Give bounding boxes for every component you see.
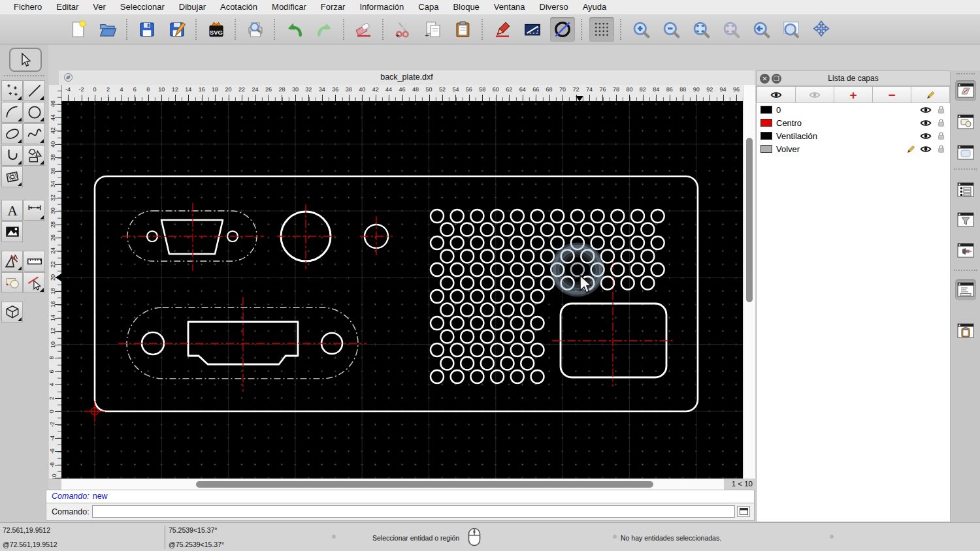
vent-hole[interactable]: [470, 263, 483, 276]
redo-button[interactable]: [312, 17, 337, 42]
menu-fichero[interactable]: Fichero: [7, 0, 49, 14]
vent-hole[interactable]: [451, 370, 464, 383]
zoom-auto-button[interactable]: [689, 17, 713, 42]
vent-hole[interactable]: [521, 250, 534, 263]
dock-command-line-button[interactable]: [955, 279, 976, 300]
zoom-previous-button[interactable]: [749, 17, 774, 42]
vent-hole[interactable]: [481, 277, 494, 290]
vent-hole[interactable]: [491, 263, 504, 276]
command-input[interactable]: [92, 505, 735, 518]
menu-seleccionar[interactable]: Seleccionar: [113, 0, 172, 14]
menu-forzar[interactable]: Forzar: [314, 0, 353, 14]
vent-hole[interactable]: [431, 236, 444, 249]
edit-layer-pencil-button[interactable]: [911, 86, 950, 103]
layer-lock-icon[interactable]: [935, 105, 947, 114]
dimension-tool-button[interactable]: [24, 200, 45, 221]
vent-hole[interactable]: [451, 290, 464, 303]
vent-hole[interactable]: [521, 304, 534, 317]
hatch-tool-button[interactable]: [1, 166, 23, 187]
vent-hole[interactable]: [621, 277, 634, 290]
select-tool-button[interactable]: [9, 48, 42, 72]
line-rect-button[interactable]: [520, 17, 545, 42]
vent-hole[interactable]: [451, 317, 464, 330]
vent-hole[interactable]: [491, 210, 504, 223]
plate-outline[interactable]: [95, 176, 698, 411]
line-tool-button[interactable]: [24, 80, 45, 101]
spline-tool-button[interactable]: [24, 123, 45, 144]
vent-hole[interactable]: [511, 210, 524, 223]
cut-button[interactable]: +: [391, 17, 416, 42]
vent-hole[interactable]: [440, 223, 453, 236]
vent-hole[interactable]: [511, 290, 524, 303]
layer-visibility-eye-icon[interactable]: [920, 105, 932, 114]
vent-hole[interactable]: [461, 250, 474, 263]
vent-hole[interactable]: [491, 343, 504, 356]
vent-hole[interactable]: [440, 277, 453, 290]
vent-hole[interactable]: [541, 223, 554, 236]
vertical-scrollbar[interactable]: [743, 85, 755, 479]
export-svg-button[interactable]: SVG: [204, 17, 229, 42]
vent-hole[interactable]: [491, 370, 504, 383]
vent-hole[interactable]: [611, 236, 624, 249]
points-tool-button[interactable]: [1, 80, 23, 101]
origin-marker[interactable]: [84, 401, 105, 422]
vent-hole[interactable]: [631, 263, 644, 276]
zoom-in-button[interactable]: [629, 17, 653, 42]
vent-hole[interactable]: [621, 223, 634, 236]
highlighted-vent-hole[interactable]: [571, 263, 584, 276]
layer-visibility-eye-icon[interactable]: [920, 118, 932, 127]
layer-row-ventilacion[interactable]: Ventilación: [757, 129, 950, 142]
eraser-button[interactable]: [351, 17, 376, 42]
vent-hole[interactable]: [571, 210, 584, 223]
vent-hole[interactable]: [451, 210, 464, 223]
vent-hole[interactable]: [511, 343, 524, 356]
ellipse-tool-button[interactable]: [1, 123, 23, 144]
menu-dibujar[interactable]: Dibujar: [172, 0, 213, 14]
vertical-scrollbar-thumb[interactable]: [746, 138, 753, 302]
vent-hole[interactable]: [470, 210, 483, 223]
measure-tool-button[interactable]: [24, 251, 45, 272]
vent-hole[interactable]: [481, 304, 494, 317]
vent-hole[interactable]: [651, 210, 664, 223]
remove-layer-minus-button[interactable]: −: [873, 86, 911, 103]
vent-hole[interactable]: [501, 304, 514, 317]
menu-diverso[interactable]: Diverso: [532, 0, 576, 14]
vent-hole[interactable]: [521, 357, 534, 370]
text-tool-button[interactable]: A: [1, 200, 23, 221]
print-preview-button[interactable]: [243, 17, 268, 42]
select-entity-tool-button[interactable]: [24, 272, 45, 293]
drawing[interactable]: [61, 101, 743, 479]
vent-hole[interactable]: [461, 277, 474, 290]
vent-hole[interactable]: [641, 277, 654, 290]
dock-plugin-button[interactable]: [955, 240, 976, 261]
layer-row-volver[interactable]: Volver: [757, 142, 950, 155]
new-file-button[interactable]: [65, 17, 90, 42]
menu-ver[interactable]: Ver: [86, 0, 113, 14]
vent-hole[interactable]: [501, 330, 514, 343]
horizontal-scrollbar[interactable]: [61, 479, 724, 490]
vent-hole[interactable]: [511, 236, 524, 249]
dock-clipboard-button[interactable]: [955, 321, 976, 341]
open-file-button[interactable]: [95, 17, 120, 42]
vent-hole[interactable]: [481, 357, 494, 370]
drawing-canvas[interactable]: [61, 101, 743, 479]
zoom-out-button[interactable]: [659, 17, 683, 42]
vent-hole[interactable]: [621, 250, 634, 263]
vent-hole[interactable]: [431, 210, 444, 223]
vent-hole[interactable]: [451, 343, 464, 356]
vent-hole[interactable]: [431, 290, 444, 303]
vent-hole[interactable]: [531, 343, 544, 356]
menu-informacion[interactable]: Información: [352, 0, 411, 14]
vent-hole[interactable]: [531, 290, 544, 303]
vent-hole[interactable]: [470, 290, 483, 303]
vent-hole[interactable]: [461, 357, 474, 370]
hide-all-eye-button[interactable]: [796, 86, 834, 103]
zoom-selected-button[interactable]: [719, 17, 743, 42]
arc-tool-button[interactable]: [1, 102, 23, 123]
vent-hole[interactable]: [601, 223, 614, 236]
vent-hole[interactable]: [631, 210, 644, 223]
vent-hole[interactable]: [470, 370, 483, 383]
dock-block-list-button[interactable]: [955, 112, 976, 133]
vent-hole[interactable]: [521, 277, 534, 290]
vent-hole[interactable]: [641, 250, 654, 263]
